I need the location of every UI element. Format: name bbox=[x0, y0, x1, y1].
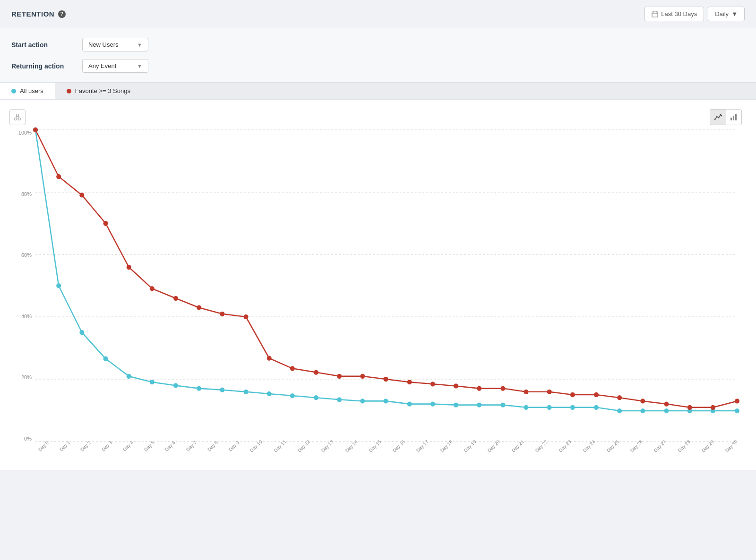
x-label-day0: Day 0 bbox=[37, 440, 50, 452]
y-label-0: 0% bbox=[24, 436, 32, 441]
svg-point-38 bbox=[360, 399, 365, 403]
returning-action-row: Returning action Any Event ▼ bbox=[11, 59, 745, 73]
x-label-day24: Day 24 bbox=[582, 439, 596, 453]
x-label-day19: Day 19 bbox=[463, 439, 477, 453]
chevron-down-icon: ▼ bbox=[137, 63, 142, 69]
y-label-100: 100% bbox=[18, 130, 32, 136]
svg-point-37 bbox=[337, 397, 342, 402]
x-label-day3: Day 3 bbox=[101, 440, 113, 452]
svg-point-29 bbox=[150, 380, 155, 384]
y-label-20: 20% bbox=[21, 374, 32, 380]
chart-svg bbox=[35, 130, 737, 441]
svg-point-84 bbox=[711, 405, 715, 410]
cohort-label-all-users: All users bbox=[20, 87, 43, 94]
filters-section: Start action New Users ▼ Returning actio… bbox=[0, 28, 756, 83]
cohorts-bar: All users Favorite >= 3 Songs bbox=[0, 83, 756, 100]
svg-point-64 bbox=[243, 314, 248, 319]
svg-point-60 bbox=[150, 286, 155, 291]
chart-view-buttons bbox=[710, 109, 742, 125]
svg-point-69 bbox=[360, 374, 365, 379]
cohort-dot-red bbox=[67, 89, 71, 93]
svg-point-40 bbox=[407, 401, 412, 406]
svg-point-68 bbox=[337, 374, 342, 379]
svg-point-33 bbox=[243, 390, 248, 394]
start-action-value: New Users bbox=[88, 41, 119, 48]
x-label-day10: Day 10 bbox=[249, 439, 263, 453]
svg-point-36 bbox=[314, 395, 318, 400]
header: RETENTION ? Last 30 Days Daily ▼ bbox=[0, 0, 756, 28]
cohort-label-favorite-songs: Favorite >= 3 Songs bbox=[75, 87, 130, 94]
svg-point-28 bbox=[127, 374, 131, 379]
svg-point-72 bbox=[430, 382, 435, 386]
bar-chart-button[interactable] bbox=[726, 109, 742, 125]
start-action-label: Start action bbox=[11, 41, 73, 49]
svg-point-85 bbox=[735, 399, 739, 403]
svg-point-82 bbox=[664, 401, 669, 406]
x-label-day20: Day 20 bbox=[487, 439, 501, 453]
svg-point-11 bbox=[716, 116, 717, 118]
all-users-line bbox=[35, 130, 737, 411]
svg-point-70 bbox=[383, 377, 388, 382]
granularity-button[interactable]: Daily ▼ bbox=[708, 7, 745, 21]
bar-chart-icon bbox=[730, 113, 738, 121]
x-label-day25: Day 25 bbox=[605, 439, 619, 453]
x-label-day4: Day 4 bbox=[122, 440, 134, 452]
svg-rect-17 bbox=[735, 114, 737, 120]
svg-point-79 bbox=[594, 392, 599, 397]
cohort-favorite-songs[interactable]: Favorite >= 3 Songs bbox=[55, 83, 142, 99]
export-icon bbox=[13, 113, 22, 121]
chart-section: 100% 80% 60% 40% 20% 0% bbox=[0, 100, 756, 470]
x-label-day26: Day 26 bbox=[629, 439, 644, 453]
header-controls: Last 30 Days Daily ▼ bbox=[644, 7, 745, 21]
chart-area bbox=[35, 130, 737, 441]
svg-point-58 bbox=[103, 221, 108, 226]
svg-point-66 bbox=[290, 366, 295, 371]
chart-wrapper: 100% 80% 60% 40% 20% 0% bbox=[9, 130, 742, 460]
cohort-all-users[interactable]: All users bbox=[0, 83, 55, 99]
x-label-day5: Day 5 bbox=[143, 440, 155, 452]
svg-point-78 bbox=[570, 392, 575, 397]
svg-rect-16 bbox=[733, 116, 734, 120]
x-label-day14: Day 14 bbox=[344, 439, 358, 453]
x-label-day21: Day 21 bbox=[510, 439, 524, 453]
svg-point-55 bbox=[33, 127, 38, 132]
x-label-day8: Day 8 bbox=[206, 440, 219, 452]
x-label-day30: Day 30 bbox=[724, 439, 739, 453]
x-label-day11: Day 11 bbox=[273, 439, 287, 453]
x-label-day17: Day 17 bbox=[415, 439, 430, 453]
line-chart-icon bbox=[714, 113, 722, 121]
app-container: RETENTION ? Last 30 Days Daily ▼ Start a… bbox=[0, 0, 756, 560]
favorite-songs-line bbox=[35, 130, 737, 407]
svg-rect-15 bbox=[730, 118, 732, 120]
svg-point-45 bbox=[524, 405, 528, 410]
x-label-day1: Day 1 bbox=[59, 440, 71, 452]
returning-action-select[interactable]: Any Event ▼ bbox=[82, 59, 148, 73]
y-label-60: 60% bbox=[21, 252, 32, 258]
date-range-label: Last 30 Days bbox=[661, 10, 697, 17]
svg-point-50 bbox=[640, 408, 645, 413]
svg-point-34 bbox=[267, 391, 272, 396]
svg-point-56 bbox=[56, 174, 61, 179]
x-label-day16: Day 16 bbox=[392, 439, 406, 453]
svg-point-59 bbox=[127, 265, 131, 270]
y-axis: 100% 80% 60% 40% 20% 0% bbox=[9, 130, 35, 441]
svg-point-30 bbox=[173, 383, 178, 388]
export-button[interactable] bbox=[9, 109, 26, 125]
svg-point-71 bbox=[407, 380, 412, 384]
title-text: RETENTION bbox=[11, 10, 54, 18]
svg-point-12 bbox=[718, 117, 719, 119]
svg-point-54 bbox=[735, 408, 739, 413]
y-label-40: 40% bbox=[21, 314, 32, 319]
date-range-button[interactable]: Last 30 Days bbox=[644, 7, 704, 21]
line-chart-button[interactable] bbox=[710, 109, 726, 125]
granularity-label: Daily bbox=[715, 10, 729, 17]
svg-point-77 bbox=[547, 390, 552, 394]
x-label-day6: Day 6 bbox=[164, 440, 176, 452]
info-icon[interactable]: ? bbox=[58, 10, 66, 18]
svg-point-74 bbox=[477, 386, 481, 390]
svg-point-75 bbox=[500, 386, 505, 390]
svg-point-76 bbox=[524, 390, 528, 394]
svg-point-67 bbox=[314, 370, 318, 374]
svg-rect-0 bbox=[652, 12, 658, 17]
start-action-select[interactable]: New Users ▼ bbox=[82, 38, 148, 51]
